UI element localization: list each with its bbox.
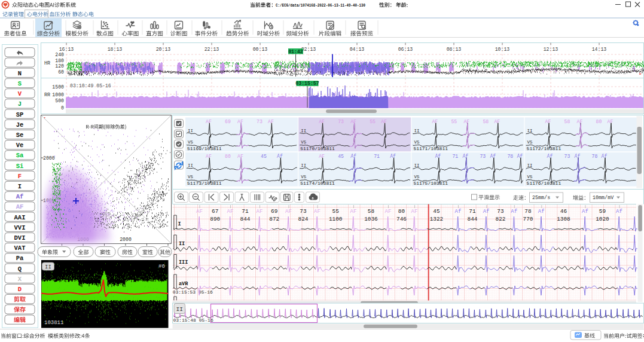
svg-text:Af: Af <box>582 209 588 215</box>
svg-text:AF: AF <box>314 209 321 215</box>
svg-text:20:13: 20:13 <box>156 47 171 52</box>
svg-text:51174/103811: 51174/103811 <box>300 181 335 186</box>
svg-text:73: 73 <box>564 154 570 159</box>
svg-text:N: N <box>18 70 22 77</box>
svg-text:51172/103811: 51172/103811 <box>527 146 561 151</box>
svg-text:V5: V5 <box>527 175 533 179</box>
svg-text:AF: AF <box>285 209 292 215</box>
svg-text:51176/103811: 51176/103811 <box>527 181 561 186</box>
svg-text:VVI: VVI <box>14 224 26 231</box>
svg-text:1322: 1322 <box>430 216 444 222</box>
svg-text:58: 58 <box>368 208 375 215</box>
svg-text:1036: 1036 <box>364 216 378 222</box>
svg-text:AF: AF <box>237 154 243 159</box>
svg-text:45: 45 <box>338 154 344 159</box>
svg-text:2000: 2000 <box>43 155 55 161</box>
svg-text:73: 73 <box>480 154 486 159</box>
svg-text:AF: AF <box>227 209 234 215</box>
svg-text:AF: AF <box>608 119 614 124</box>
svg-text:Af: Af <box>390 154 396 159</box>
svg-text:Af: Af <box>435 154 441 159</box>
svg-text:II: II <box>301 163 306 168</box>
svg-text:II: II <box>414 129 419 133</box>
svg-text:Af: Af <box>277 154 283 159</box>
svg-text:00:13: 00:13 <box>253 47 268 52</box>
svg-text:I: I <box>18 183 22 190</box>
svg-text:60: 60 <box>58 69 64 75</box>
svg-text:02:13: 02:13 <box>301 47 316 52</box>
svg-text:51171/103811: 51171/103811 <box>413 146 448 151</box>
svg-text:08:13: 08:13 <box>447 47 462 52</box>
svg-text:14:13: 14:13 <box>592 47 607 52</box>
svg-text:AF: AF <box>494 119 500 124</box>
svg-text:X: X <box>18 276 22 283</box>
svg-text:22:13: 22:13 <box>205 47 219 52</box>
svg-text:0: 0 <box>61 105 64 111</box>
svg-text:500: 500 <box>55 98 64 103</box>
svg-text:AF: AF <box>268 119 274 124</box>
svg-text:55: 55 <box>332 208 340 215</box>
svg-text:890: 890 <box>210 216 220 222</box>
svg-text:10:13: 10:13 <box>495 47 510 52</box>
svg-text:73: 73 <box>300 208 307 215</box>
svg-text:58: 58 <box>564 119 570 124</box>
svg-text:1500: 1500 <box>52 84 64 90</box>
svg-text:16:13: 16:13 <box>59 47 74 52</box>
svg-text:II: II <box>188 163 193 168</box>
svg-text:AF: AF <box>381 119 387 124</box>
svg-text:03:15:57: 03:15:57 <box>295 81 319 86</box>
svg-text:#0: #0 <box>158 264 165 270</box>
svg-text:25mm/s: 25mm/s <box>532 195 550 201</box>
svg-text:AF: AF <box>206 154 212 159</box>
svg-text:SP: SP <box>16 111 24 118</box>
svg-text:51169/103811: 51169/103811 <box>187 146 222 151</box>
svg-text:V5: V5 <box>301 140 307 145</box>
svg-text:V5: V5 <box>527 140 533 145</box>
svg-text:78: 78 <box>507 154 513 159</box>
svg-text:46: 46 <box>560 208 567 215</box>
svg-text:240: 240 <box>55 52 64 57</box>
svg-text:Af: Af <box>511 209 517 215</box>
svg-text:822: 822 <box>496 216 506 222</box>
svg-text:II: II <box>527 163 533 168</box>
svg-text:AF: AF <box>16 203 24 210</box>
svg-text:Af: Af <box>517 154 523 159</box>
svg-text:AF: AF <box>196 209 203 215</box>
svg-text:80: 80 <box>225 154 231 159</box>
svg-text:V5: V5 <box>188 175 194 179</box>
svg-text:45: 45 <box>433 208 440 215</box>
svg-text:Af: Af <box>16 193 24 200</box>
svg-text:II: II <box>414 163 419 168</box>
svg-text:Af: Af <box>350 154 356 159</box>
svg-text:03:15:53 05-16: 03:15:53 05-16 <box>173 289 213 295</box>
svg-text:Af: Af <box>602 154 608 159</box>
svg-text:04:13: 04:13 <box>350 47 365 52</box>
svg-text:45: 45 <box>261 154 267 159</box>
svg-text:AF: AF <box>385 209 392 215</box>
svg-text:844: 844 <box>240 216 251 222</box>
svg-text:03:15:48 05-16: 03:15:48 05-16 <box>173 317 213 323</box>
svg-text:II: II <box>188 129 193 133</box>
svg-text:AF: AF <box>463 119 469 124</box>
svg-text:69: 69 <box>271 208 277 215</box>
svg-text:Af: Af <box>490 154 496 159</box>
svg-text:844: 844 <box>468 216 478 222</box>
svg-text:AF: AF <box>411 209 418 215</box>
svg-text:Ve: Ve <box>16 142 24 149</box>
svg-text:71: 71 <box>374 154 380 159</box>
svg-text:II: II <box>527 129 533 133</box>
svg-text:1020: 1020 <box>596 216 609 222</box>
svg-text:Af: Af <box>455 209 462 215</box>
svg-text:J: J <box>18 100 22 108</box>
svg-text:Af: Af <box>547 154 553 159</box>
svg-text:V: V <box>18 90 22 97</box>
svg-text:18:13: 18:13 <box>108 47 123 52</box>
svg-text:770: 770 <box>523 216 533 222</box>
svg-text:71: 71 <box>242 208 249 215</box>
svg-text:AAI: AAI <box>14 214 26 221</box>
svg-text:69: 69 <box>225 119 231 124</box>
svg-text:Si: Si <box>16 163 24 170</box>
svg-text:HR: HR <box>44 60 50 66</box>
svg-text:1100: 1100 <box>329 216 343 222</box>
svg-text:F: F <box>18 173 22 180</box>
